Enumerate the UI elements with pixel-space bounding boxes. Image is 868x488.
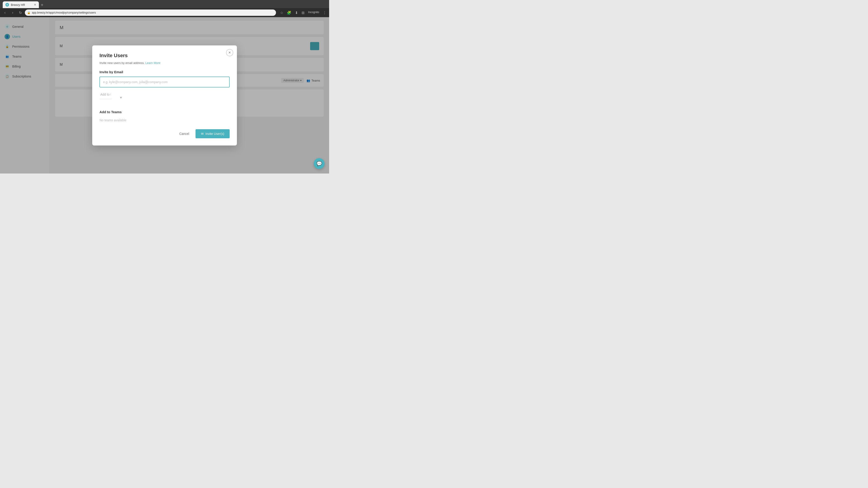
chat-icon: 💬 [316,161,322,166]
chat-support-button[interactable]: 💬 [314,158,324,169]
address-bar[interactable]: 🔒 app.breezy.hr/app/c/moodjoy/company/se… [25,9,276,16]
bookmark-icon[interactable]: ☆ [279,10,284,16]
extensions-icon[interactable]: 🧩 [286,10,292,16]
url-text: app.breezy.hr/app/c/moodjoy/company/sett… [32,11,96,14]
invite-users-modal: × Invite Users Invite new users by email… [92,45,237,145]
back-button[interactable]: ‹ [2,9,8,16]
modal-subtitle: Invite new users by email address. Learn… [99,61,230,65]
add-to-teams-section: Add to Teams No teams available [99,110,230,124]
invite-icon: ✉ [201,132,204,135]
modal-close-button[interactable]: × [226,49,233,56]
learn-more-link[interactable]: Learn More [145,61,160,65]
role-select[interactable]: Add to this Role Administrator Recruiter… [99,90,112,99]
split-view-icon[interactable]: ⊞ [301,10,305,16]
incognito-label: Incognito [307,10,320,16]
tab-favicon: B [5,3,9,6]
modal-title: Invite Users [99,53,230,59]
no-teams-message: No teams available [99,117,230,124]
address-bar-row: ‹ › ↻ 🔒 app.breezy.hr/app/c/moodjoy/comp… [0,8,329,17]
add-to-teams-label: Add to Teams [99,110,230,114]
lock-icon: 🔒 [27,11,31,14]
browser-toolbar-icons: ☆ 🧩 ⬇ ⊞ Incognito ⋮ [279,10,327,16]
invite-users-button[interactable]: ✉ Invite User(s) [195,129,230,138]
invite-button-label: Invite User(s) [206,132,224,135]
cancel-button[interactable]: Cancel [176,129,193,138]
tab-title: Breezy HR [11,3,25,6]
active-tab[interactable]: B Breezy HR ✕ [3,1,39,8]
forward-button[interactable]: › [9,9,16,16]
modal-subtitle-text: Invite new users by email address. [99,61,145,65]
download-icon[interactable]: ⬇ [294,10,299,16]
reload-button[interactable]: ↻ [17,9,24,16]
tab-close-button[interactable]: ✕ [34,3,36,6]
page-background: ⚙ General 👤 Users 🔒 Permissions 👥 Teams … [0,17,329,173]
new-tab-button[interactable]: + [39,2,45,8]
modal-overlay[interactable]: × Invite Users Invite new users by email… [0,17,329,173]
tab-bar: B Breezy HR ✕ + [0,0,329,8]
modal-footer: Cancel ✉ Invite User(s) [99,129,230,138]
menu-icon[interactable]: ⋮ [322,10,327,16]
email-input[interactable] [99,76,230,88]
invite-by-email-label: Invite by Email [99,70,230,74]
role-select-wrapper: Add to this Role Administrator Recruiter… [99,90,124,105]
